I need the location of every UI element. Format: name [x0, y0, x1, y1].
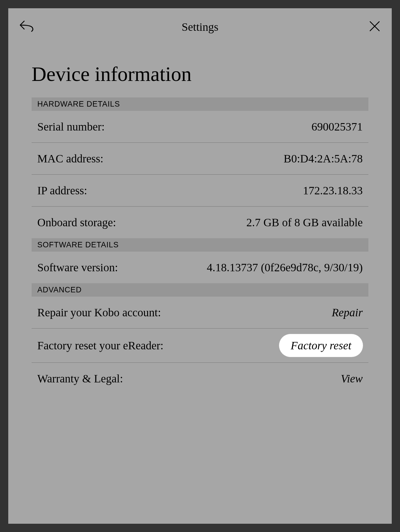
software-section: SOFTWARE DETAILS Software version: 4.18.…: [32, 238, 368, 283]
storage-value: 2.7 GB of 8 GB available: [246, 216, 363, 229]
serial-number-value: 690025371: [311, 120, 363, 133]
header-title: Settings: [182, 20, 218, 34]
warranty-view-button[interactable]: View: [341, 372, 363, 385]
serial-number-label: Serial number:: [37, 120, 105, 133]
content-area: Device information HARDWARE DETAILS Seri…: [8, 62, 392, 394]
repair-account-label: Repair your Kobo account:: [37, 306, 161, 319]
storage-label: Onboard storage:: [37, 216, 116, 229]
factory-reset-row: Factory reset your eReader: Factory rese…: [32, 329, 368, 363]
mac-address-label: MAC address:: [37, 152, 103, 165]
hardware-section-header: HARDWARE DETAILS: [32, 97, 368, 111]
mac-address-row: MAC address: B0:D4:2A:5A:78: [32, 143, 368, 175]
software-version-row: Software version: 4.18.13737 (0f26e9d78c…: [32, 252, 368, 283]
close-button[interactable]: [368, 20, 381, 34]
storage-row: Onboard storage: 2.7 GB of 8 GB availabl…: [32, 207, 368, 238]
repair-account-row: Repair your Kobo account: Repair: [32, 297, 368, 329]
back-arrow-icon: [19, 20, 34, 32]
software-version-label: Software version:: [37, 261, 118, 274]
warranty-label: Warranty & Legal:: [37, 372, 123, 385]
close-icon: [368, 20, 381, 32]
page-title: Device information: [32, 62, 368, 86]
ip-address-value: 172.23.18.33: [303, 184, 363, 197]
settings-screen: Settings Device information HARDWARE DET…: [8, 8, 392, 524]
software-version-value: 4.18.13737 (0f26e9d78c, 9/30/19): [207, 261, 363, 274]
warranty-row: Warranty & Legal: View: [32, 363, 368, 394]
factory-reset-label: Factory reset your eReader:: [37, 339, 163, 352]
factory-reset-button[interactable]: Factory reset: [279, 334, 363, 357]
ip-address-label: IP address:: [37, 184, 87, 197]
back-button[interactable]: [19, 20, 34, 34]
ip-address-row: IP address: 172.23.18.33: [32, 175, 368, 207]
mac-address-value: B0:D4:2A:5A:78: [284, 152, 363, 165]
advanced-section: ADVANCED Repair your Kobo account: Repai…: [32, 283, 368, 394]
serial-number-row: Serial number: 690025371: [32, 111, 368, 143]
repair-button[interactable]: Repair: [332, 306, 363, 319]
hardware-section: HARDWARE DETAILS Serial number: 69002537…: [32, 97, 368, 238]
software-section-header: SOFTWARE DETAILS: [32, 238, 368, 252]
advanced-section-header: ADVANCED: [32, 283, 368, 297]
header-bar: Settings: [8, 8, 392, 45]
